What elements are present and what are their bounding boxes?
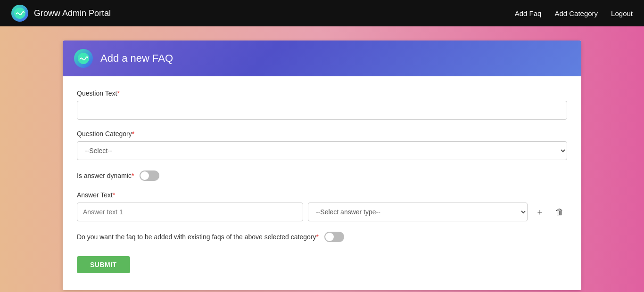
answer-text-row: --Select answer type-- ＋ 🗑 <box>77 203 567 221</box>
card-header-logo <box>74 49 93 68</box>
faq-card: Add a new FAQ Question Text* Question Ca… <box>63 41 581 290</box>
is-answer-dynamic-label: Is answer dynamic* <box>77 172 134 179</box>
question-category-group: Question Category* --Select-- <box>77 130 567 160</box>
nav-title: Groww Admin Portal <box>34 8 111 18</box>
answer-text-input[interactable] <box>77 203 303 221</box>
is-answer-dynamic-group: Is answer dynamic* <box>77 170 567 181</box>
answer-dynamic-toggle[interactable] <box>140 170 159 181</box>
add-category-link[interactable]: Add Category <box>554 9 598 17</box>
question-category-label: Question Category* <box>77 130 567 138</box>
add-existing-toggle[interactable] <box>324 232 344 242</box>
svg-point-1 <box>78 53 89 64</box>
navbar-right: Add Faq Add Category Logout <box>515 9 633 17</box>
answer-text-label: Answer Text* <box>77 191 567 199</box>
nav-logo <box>11 5 28 22</box>
question-text-group: Question Text* <box>77 89 567 120</box>
delete-answer-button[interactable]: 🗑 <box>552 204 567 219</box>
question-text-input[interactable] <box>77 101 567 120</box>
add-faq-link[interactable]: Add Faq <box>515 9 542 17</box>
card-header-title: Add a new FAQ <box>100 52 173 65</box>
answer-text-group: Answer Text* --Select answer type-- ＋ 🗑 <box>77 191 567 221</box>
required-marker-2: * <box>132 130 134 138</box>
card-body: Question Text* Question Category* --Sele… <box>63 76 581 290</box>
question-category-select[interactable]: --Select-- <box>77 141 567 160</box>
toggle-slider-existing <box>324 232 344 242</box>
required-marker-4: * <box>113 191 115 199</box>
card-header: Add a new FAQ <box>63 41 581 76</box>
add-with-existing-row: Do you want the faq to be added with exi… <box>77 232 567 242</box>
required-marker: * <box>117 89 119 97</box>
toggle-slider-dynamic <box>140 170 159 181</box>
add-answer-button[interactable]: ＋ <box>532 204 547 219</box>
required-marker-3: * <box>132 172 134 179</box>
required-marker-5: * <box>316 233 318 241</box>
question-text-label: Question Text* <box>77 89 567 97</box>
answer-type-select[interactable]: --Select answer type-- <box>308 203 528 221</box>
plus-icon: ＋ <box>536 206 544 218</box>
svg-point-0 <box>14 8 25 19</box>
page-wrapper: Add a new FAQ Question Text* Question Ca… <box>0 26 644 292</box>
add-with-existing-group: Do you want the faq to be added with exi… <box>77 232 567 242</box>
trash-icon: 🗑 <box>555 207 564 217</box>
navbar-left: Groww Admin Portal <box>11 5 111 22</box>
navbar: Groww Admin Portal Add Faq Add Category … <box>0 0 644 26</box>
add-with-existing-label: Do you want the faq to be added with exi… <box>77 233 319 241</box>
is-answer-dynamic-row: Is answer dynamic* <box>77 170 567 181</box>
submit-button[interactable]: SUBMIT <box>77 256 130 273</box>
logout-link[interactable]: Logout <box>611 9 633 17</box>
